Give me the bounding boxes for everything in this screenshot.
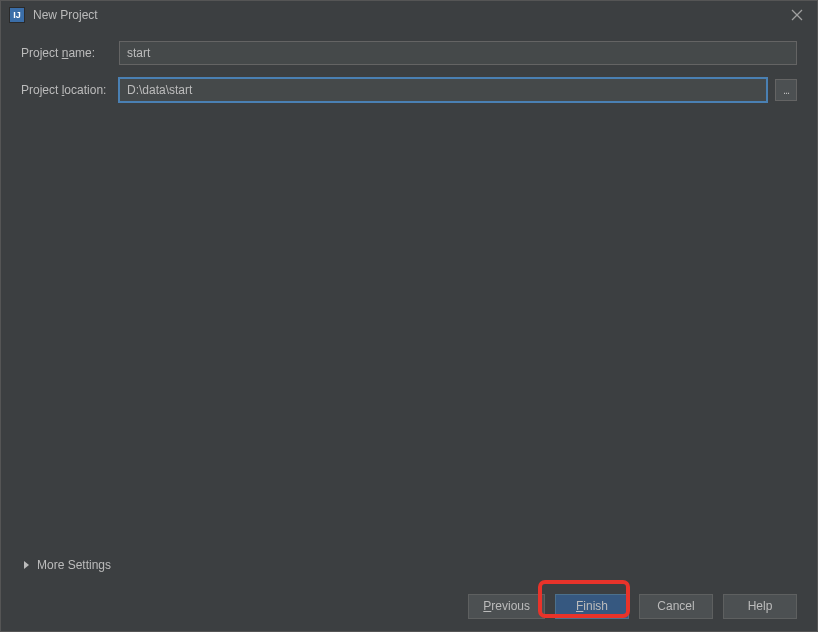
close-button[interactable] [785, 3, 809, 27]
footer: Previous Finish Cancel Help [1, 581, 817, 631]
project-location-label: Project location: [21, 83, 119, 97]
project-name-row: Project name: [21, 41, 797, 65]
close-icon [791, 9, 803, 21]
more-settings-toggle[interactable]: More Settings [24, 558, 111, 572]
previous-button[interactable]: Previous [468, 594, 545, 619]
finish-button[interactable]: Finish [555, 594, 629, 619]
help-button[interactable]: Help [723, 594, 797, 619]
project-name-label: Project name: [21, 46, 119, 60]
app-icon: IJ [9, 7, 25, 23]
project-location-row: Project location: ... [21, 78, 797, 102]
project-name-input[interactable] [119, 41, 797, 65]
titlebar: IJ New Project [1, 1, 817, 29]
more-settings-label: More Settings [37, 558, 111, 572]
project-location-input[interactable] [119, 78, 767, 102]
content-area: Project name: Project location: ... [1, 29, 817, 581]
chevron-right-icon [24, 561, 29, 569]
cancel-button[interactable]: Cancel [639, 594, 713, 619]
new-project-dialog: IJ New Project Project name: Project loc… [0, 0, 818, 632]
browse-button[interactable]: ... [775, 79, 797, 101]
window-title: New Project [33, 8, 785, 22]
